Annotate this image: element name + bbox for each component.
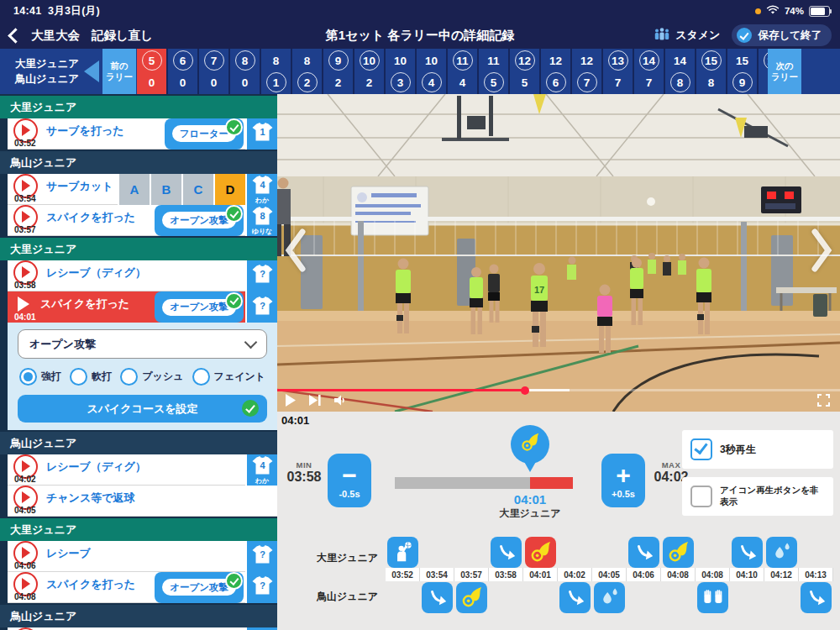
- receive-event-icon[interactable]: [801, 582, 832, 613]
- back-button[interactable]: 大里大会: [31, 28, 80, 44]
- rally-column-17[interactable]: 147: [634, 49, 665, 94]
- spike-event-icon[interactable]: [456, 582, 487, 613]
- fullscreen-button[interactable]: [817, 394, 830, 410]
- quality-rating-buttons: ABCD: [118, 174, 245, 205]
- set-spike-course-button[interactable]: スパイクコースを設定: [18, 395, 267, 423]
- rally-column-8[interactable]: 102: [354, 49, 386, 94]
- attack-type-badge[interactable]: オープン攻撃: [155, 572, 244, 603]
- play-button[interactable]: [286, 394, 297, 410]
- drop-event-icon[interactable]: [594, 582, 625, 613]
- lineup-button[interactable]: スタメン: [654, 28, 720, 43]
- event-row[interactable]: サーブカット03:54ABCD4わか: [8, 174, 277, 205]
- hide-icons-checkbox[interactable]: [690, 486, 712, 507]
- rally-score-top: 7: [204, 50, 224, 71]
- radio-circle-icon[interactable]: [19, 368, 37, 386]
- rally-column-20[interactable]: 159: [727, 49, 759, 94]
- volume-button[interactable]: [334, 394, 346, 409]
- hands-event-icon[interactable]: [697, 582, 728, 613]
- rally-score-top: 9: [328, 50, 349, 71]
- rating-button-D[interactable]: D: [213, 174, 245, 205]
- rally-column-13[interactable]: 125: [510, 49, 541, 94]
- next-frame-button[interactable]: [309, 394, 322, 409]
- receive-event-icon[interactable]: [732, 537, 763, 568]
- scrubber-track[interactable]: [395, 477, 573, 489]
- receive-event-icon[interactable]: [491, 537, 522, 568]
- player-jersey-button[interactable]: 4わか: [245, 454, 277, 486]
- video-next-chevron[interactable]: [810, 227, 835, 274]
- rally-column-4[interactable]: 80: [230, 49, 261, 94]
- rally-column-7[interactable]: 92: [323, 49, 354, 94]
- play-event-icon[interactable]: [13, 294, 32, 315]
- timeline-slot: [696, 581, 730, 613]
- radio-option[interactable]: 強打: [19, 368, 61, 386]
- prev-rally-button[interactable]: 前の ラリー: [102, 49, 136, 94]
- badge-label: オープン攻撃: [160, 210, 238, 230]
- rally-column-5[interactable]: 81: [261, 49, 292, 94]
- next-rally-button[interactable]: 次の ラリー: [768, 49, 801, 94]
- event-row[interactable]: サーブを打った03:52フローター1: [8, 118, 277, 150]
- minus-half-second-button[interactable]: − -0.5s: [328, 454, 371, 507]
- receive-event-icon[interactable]: [422, 582, 453, 613]
- serve-event-icon[interactable]: [387, 537, 418, 568]
- receive-event-icon[interactable]: [559, 582, 591, 613]
- spike-event-icon[interactable]: [525, 537, 556, 568]
- radio-circle-icon[interactable]: [70, 368, 87, 386]
- rally-column-11[interactable]: 114: [448, 49, 479, 94]
- rally-column-14[interactable]: 126: [541, 49, 572, 94]
- rally-column-16[interactable]: 137: [603, 49, 634, 94]
- attack-type-dropdown[interactable]: オープン攻撃: [18, 329, 267, 359]
- timeline-slot: [523, 581, 558, 613]
- player-jersey-button[interactable]: ?: [245, 260, 277, 291]
- event-row[interactable]: スパイクを打った04:01オープン攻撃?: [8, 291, 277, 323]
- attack-type-badge[interactable]: オープン攻撃: [155, 291, 244, 323]
- scroll-left-arrow[interactable]: [84, 60, 99, 82]
- rating-button-B[interactable]: B: [150, 174, 181, 205]
- radio-option[interactable]: 軟打: [70, 368, 112, 386]
- event-row[interactable]: レシーブ（ディグ）04:024わか: [8, 454, 277, 486]
- rally-column-2[interactable]: 60: [168, 49, 199, 94]
- scrubber-marker[interactable]: [511, 425, 549, 464]
- player-jersey-button[interactable]: ?: [245, 291, 277, 323]
- event-time: 04:01: [14, 312, 36, 322]
- rating-button-C[interactable]: C: [181, 174, 213, 205]
- video-prev-chevron[interactable]: [282, 227, 307, 274]
- rally-column-12[interactable]: 115: [479, 49, 510, 94]
- rally-column-18[interactable]: 148: [665, 49, 696, 94]
- player-jersey-button[interactable]: ?: [245, 541, 277, 572]
- redo-record-button[interactable]: 記録し直し: [92, 28, 153, 44]
- event-row[interactable]: レシーブ（ディグ）03:58?: [8, 260, 277, 291]
- player-jersey-button[interactable]: 11: [245, 627, 277, 630]
- rally-column-9[interactable]: 103: [386, 49, 417, 94]
- rally-column-15[interactable]: 127: [572, 49, 603, 94]
- radio-option[interactable]: プッシュ: [120, 368, 183, 386]
- spike-event-icon[interactable]: [663, 537, 694, 568]
- plus-half-second-button[interactable]: + +0.5s: [601, 454, 645, 507]
- rally-column-1[interactable]: 50: [137, 49, 168, 94]
- rally-column-3[interactable]: 70: [199, 49, 230, 94]
- drop-event-icon[interactable]: [766, 537, 797, 568]
- event-row[interactable]: チャンス等で返球04:05: [8, 486, 277, 517]
- rally-column-10[interactable]: 104: [417, 49, 448, 94]
- radio-circle-icon[interactable]: [120, 368, 138, 386]
- rally-column-19[interactable]: 158: [696, 49, 727, 94]
- back-chevron-icon[interactable]: [8, 28, 23, 43]
- timeline-column: 04:08: [661, 536, 696, 613]
- event-label: スパイクを打った: [40, 297, 129, 312]
- replay-3s-checkbox[interactable]: [690, 438, 712, 460]
- rally-column-6[interactable]: 82: [292, 49, 323, 94]
- event-row[interactable]: レシーブ04:06?: [8, 541, 277, 572]
- player-jersey-button[interactable]: 8ゆりな: [245, 205, 277, 236]
- rating-button-A[interactable]: A: [118, 174, 150, 205]
- player-jersey-button[interactable]: 1: [245, 118, 277, 150]
- player-jersey-button[interactable]: 4わか: [245, 174, 277, 205]
- radio-option[interactable]: フェイント: [192, 368, 265, 386]
- save-and-exit-button[interactable]: 保存して終了: [732, 24, 832, 46]
- event-row[interactable]: スパイクを打った04:08オープン攻撃?: [8, 572, 277, 603]
- receive-event-icon[interactable]: [628, 537, 659, 568]
- svg-text:?: ?: [260, 549, 265, 559]
- attack-type-badge[interactable]: フローター: [165, 118, 244, 150]
- event-row[interactable]: スパイクを打った03:57オープン攻撃8ゆりな: [8, 205, 277, 236]
- player-jersey-button[interactable]: ?: [245, 572, 277, 603]
- radio-circle-icon[interactable]: [192, 368, 210, 386]
- attack-type-badge[interactable]: オープン攻撃: [155, 205, 244, 236]
